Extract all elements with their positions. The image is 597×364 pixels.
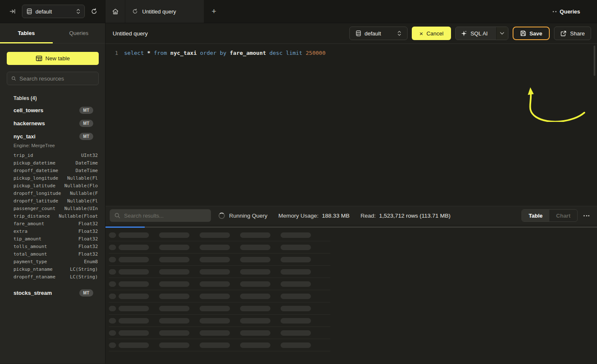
tab-untitled-query[interactable]: Untitled query xyxy=(125,0,204,23)
column-name: dropoff_ntaname xyxy=(14,274,55,280)
sql-editor[interactable]: 1 select * from nyc_taxi order by fare_a… xyxy=(105,44,597,206)
main-panel: Untitled query default xyxy=(105,23,597,364)
skeleton-cell xyxy=(200,281,230,287)
skeleton-cell xyxy=(200,330,230,336)
query-progress-bar xyxy=(105,226,597,228)
sql-token: fare_amount xyxy=(230,50,266,56)
skeleton-cell xyxy=(240,257,270,262)
skeleton-row xyxy=(109,302,330,315)
skeleton-cell xyxy=(119,306,149,311)
refresh-button[interactable] xyxy=(89,6,99,16)
search-icon xyxy=(114,213,120,218)
skeleton-cell xyxy=(109,269,116,275)
sidebar-tab-queries[interactable]: Queries xyxy=(53,23,105,43)
skeleton-cell xyxy=(240,281,270,287)
results-search-input[interactable] xyxy=(124,213,206,219)
skeleton-cell xyxy=(240,245,270,250)
sql-token: select xyxy=(124,50,144,56)
results-search[interactable] xyxy=(110,209,211,222)
column-row: payment_typeEnum8 xyxy=(0,258,105,265)
skeleton-cell xyxy=(159,281,189,287)
table-item-hackernews[interactable]: hackernewsMT xyxy=(0,117,105,130)
tables-list: cell_towersMThackernewsMTnyc_taxiMTEngin… xyxy=(0,104,105,299)
skeleton-cell xyxy=(119,294,149,299)
column-row: pickup_latitudeNullable(Flo xyxy=(0,182,105,189)
skeleton-cell xyxy=(119,245,149,250)
column-name: dropoff_datetime xyxy=(14,168,58,173)
sql-ai-dropdown[interactable] xyxy=(496,27,508,40)
skeleton-row xyxy=(109,266,330,278)
view-tab-table[interactable]: Table xyxy=(522,210,549,221)
skeleton-cell xyxy=(119,330,149,336)
skeleton-cell xyxy=(200,294,230,299)
skeleton-cell xyxy=(281,257,311,262)
sql-ai-button[interactable]: SQL AI xyxy=(455,27,508,40)
editor-scrollbar[interactable] xyxy=(594,46,595,76)
column-row: dropoff_latitudeNullable(Fl xyxy=(0,197,105,205)
skeleton-cell xyxy=(281,306,311,311)
queries-shortcut[interactable]: Queries xyxy=(553,8,580,15)
table-name: cell_towers xyxy=(14,107,43,113)
new-table-button[interactable]: New table xyxy=(7,52,99,65)
table-name: hackernews xyxy=(14,120,45,127)
column-type: LC(String) xyxy=(70,267,98,272)
column-type: Float32 xyxy=(78,229,98,234)
skeleton-cell xyxy=(159,318,189,324)
save-button[interactable]: Save xyxy=(513,27,550,40)
query-progress-fill xyxy=(105,226,145,228)
column-type: Float32 xyxy=(78,251,98,257)
skeleton-cell xyxy=(109,294,116,299)
skeleton-cell xyxy=(200,257,230,262)
more-options-button[interactable] xyxy=(582,213,591,219)
chevron-updown-icon xyxy=(397,30,401,36)
columns-list: trip_idUInt32pickup_datetimeDateTimedrop… xyxy=(0,151,105,280)
skeleton-cell xyxy=(281,245,311,250)
annotation-arrow xyxy=(418,63,595,122)
resource-search-input[interactable] xyxy=(19,75,94,82)
new-tab-button[interactable]: + xyxy=(204,0,224,23)
view-tab-chart[interactable]: Chart xyxy=(549,210,577,221)
table-item-cell_towers[interactable]: cell_towersMT xyxy=(0,104,105,117)
share-button-label: Share xyxy=(570,30,585,37)
skeleton-row xyxy=(109,241,330,253)
sparkle-icon xyxy=(461,30,467,37)
read-value: 1,523,712 rows (113.71 MB) xyxy=(379,213,450,219)
column-name: total_amount xyxy=(14,251,47,257)
sidebar-tab-tables[interactable]: Tables xyxy=(0,23,53,43)
column-row: trip_idUInt32 xyxy=(0,151,105,159)
column-type: Float32 xyxy=(78,244,98,249)
column-name: tip_amount xyxy=(14,236,41,242)
home-button[interactable] xyxy=(105,0,125,23)
table-item-stocks_stream[interactable]: stocks_streamMT xyxy=(0,286,105,299)
column-name: dropoff_longitude xyxy=(14,191,61,196)
share-button[interactable]: Share xyxy=(554,27,591,40)
column-row: dropoff_longitudeNullable(F xyxy=(0,189,105,197)
dots-icon xyxy=(553,11,556,12)
topbar-left: default xyxy=(0,0,105,23)
sql-token xyxy=(303,50,306,56)
skeleton-cell xyxy=(109,232,116,238)
sql-ai-main[interactable]: SQL AI xyxy=(456,27,493,40)
column-type: DateTime xyxy=(76,168,98,173)
database-selector[interactable]: default xyxy=(22,5,85,18)
column-name: passenger_count xyxy=(14,206,55,211)
column-type: Nullable(UIn xyxy=(65,206,98,211)
results-toolbar: Running Query Memory Usage: 188.33 MB Re… xyxy=(105,206,597,225)
skeleton-cell xyxy=(240,294,270,299)
skeleton-cell xyxy=(119,232,149,238)
table-item-nyc_taxi[interactable]: nyc_taxiMT xyxy=(0,130,105,143)
sidebar-collapse-button[interactable] xyxy=(8,6,18,16)
skeleton-cell xyxy=(200,232,230,238)
column-type: Nullable(Float xyxy=(59,213,98,219)
query-running-icon xyxy=(132,8,138,14)
query-database-selector[interactable]: default xyxy=(349,27,408,40)
skeleton-cell xyxy=(240,269,270,275)
column-name: tolls_amount xyxy=(14,244,47,249)
table-name: stocks_stream xyxy=(14,290,52,296)
skeleton-row xyxy=(109,278,330,290)
line-number: 1 xyxy=(105,50,118,56)
code-line[interactable]: 1 select * from nyc_taxi order by fare_a… xyxy=(105,50,597,56)
cancel-button[interactable]: × Cancel xyxy=(412,27,451,40)
skeleton-cell xyxy=(109,330,116,336)
resource-search[interactable] xyxy=(7,72,99,85)
